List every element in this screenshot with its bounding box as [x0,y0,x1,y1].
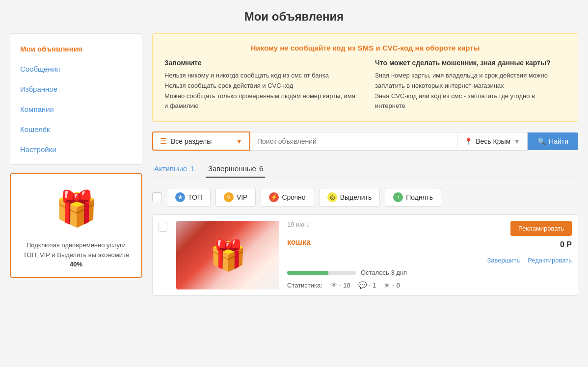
location-select[interactable]: 📍 Весь Крым ▼ [457,132,528,151]
highlight-icon: ◎ [327,192,337,202]
listing-image-placeholder: 🎁 [176,221,279,289]
search-button[interactable]: 🔍 Найти [528,132,578,150]
highlight-button[interactable]: ◎ Выделить [319,188,380,207]
sidebar: Мои объявления Сообщения Избранное Компа… [10,33,142,278]
messages-icon: 💬 [358,281,367,289]
sidebar-item-settings[interactable]: Настройки [10,139,142,159]
listing-date: 19 июн. [287,221,310,228]
listing-checkbox[interactable] [159,221,168,232]
progress-label: Осталось 3 дня [361,269,407,276]
sidebar-item-wallet[interactable]: Кошелёк [10,119,142,139]
listing-title: кошка [287,238,311,247]
sidebar-item-messages[interactable]: Сообщения [10,59,142,79]
favorites-separator: - [392,282,394,289]
favorites-icon: ★ [384,281,390,289]
progress-bar-container: Осталось 3 дня [287,269,572,276]
urgent-button[interactable]: ⚡ Срочно [261,188,314,207]
warning-left-heading: Запомните [164,59,355,67]
sidebar-item-my-ads[interactable]: Мои объявления [10,39,142,59]
favorites-count: 0 [397,282,400,289]
vip-button[interactable]: V VIP [215,188,256,207]
sidebar-nav: Мои объявления Сообщения Избранное Компа… [10,33,142,165]
top-label: ТОП [188,193,202,201]
location-arrow-icon: ▼ [513,137,520,145]
warning-right-heading: Что может сделать мошенник, зная данные … [375,59,566,67]
checkbox-box[interactable] [159,223,167,232]
search-magnifier-icon: 🔍 [537,137,546,145]
vip-icon: V [224,192,234,202]
highlight-label: Выделить [340,193,372,201]
finish-button[interactable]: Завершить [487,257,520,264]
sidebar-item-company[interactable]: Компания [10,99,142,119]
main-content: Никому не сообщайте код из SMS и CVC-код… [152,33,578,301]
action-bar: ★ ТОП V VIP ⚡ Срочно ◎ Выделить ↑ [152,188,578,207]
advertise-button[interactable]: Рекламировать [510,221,572,236]
messages-count: 1 [373,282,376,289]
search-bar: ☰ Все разделы ▼ 📍 Весь Крым ▼ 🔍 Найти [152,131,578,151]
page-title: Мои объявления [10,10,578,24]
tabs-bar: Активные 1 Завершенные 6 [152,160,578,178]
stats-label: Статистика: [287,282,322,289]
location-label: Весь Крым [476,137,510,145]
raise-label: Поднять [406,193,433,201]
search-button-label: Найти [549,137,568,145]
views-separator: - [339,282,341,289]
listing-details: 19 июн. Рекламировать кошка 0 Р Завершит… [287,221,572,289]
section-icon: ☰ [160,136,167,146]
warning-right-text: Зная номер карты, имя владельца и срок д… [375,71,566,111]
promo-image: 🎁 [47,182,106,236]
select-all-checkbox[interactable] [152,192,162,202]
warning-left: Запомните Нельзя никому и никогда сообща… [164,59,355,111]
sidebar-item-favorites[interactable]: Избранное [10,79,142,99]
top-icon: ★ [175,192,185,202]
section-label: Все разделы [171,137,232,145]
stat-views: 👁 - 10 [330,281,350,289]
search-input[interactable] [250,132,457,151]
tab-finished[interactable]: Завершенные 6 [206,160,265,178]
tab-active[interactable]: Активные 1 [152,160,196,178]
edit-button[interactable]: Редактировать [528,257,572,264]
urgent-icon: ⚡ [269,192,279,202]
sidebar-promo: 🎁 Подключая одновременно услуги ТОП, VIP… [10,173,142,278]
tab-active-label: Активные [154,164,187,173]
vip-label: VIP [237,193,248,201]
progress-bar [287,271,356,275]
warning-title: Никому не сообщайте код из SMS и CVC-код… [164,44,566,52]
raise-button[interactable]: ↑ Поднять [385,188,441,207]
stat-messages: 💬 - 1 [358,281,376,289]
listing-card: 🎁 19 июн. Рекламировать кошка 0 Р [152,214,578,296]
warning-left-text: Нельзя никому и никогда сообщать код из … [164,71,355,111]
section-arrow-icon: ▼ [236,137,242,145]
warning-right: Что может сделать мошенник, зная данные … [375,59,566,111]
raise-icon: ↑ [393,192,403,202]
listing-price: 0 Р [560,240,572,249]
promo-text: Подключая одновременно услуги ТОП, VIP и… [19,240,134,269]
location-icon: 📍 [464,137,473,145]
gift-icon: 🎁 [55,191,98,226]
stat-favorites: ★ - 0 [384,281,400,289]
messages-separator: - [369,282,371,289]
stats-bar: Статистика: 👁 - 10 💬 - 1 ★ [287,281,572,289]
tab-finished-count: 6 [259,164,263,173]
views-icon: 👁 [330,281,337,289]
views-count: 10 [343,282,350,289]
progress-fill [287,271,328,275]
warning-banner: Никому не сообщайте код из SMS и CVC-код… [152,33,578,122]
urgent-label: Срочно [282,193,305,201]
tab-active-count: 1 [190,164,194,173]
section-select[interactable]: ☰ Все разделы ▼ [152,131,250,151]
tab-finished-label: Завершенные [208,164,256,173]
listing-image: 🎁 [176,221,279,289]
top-button[interactable]: ★ ТОП [167,188,211,207]
